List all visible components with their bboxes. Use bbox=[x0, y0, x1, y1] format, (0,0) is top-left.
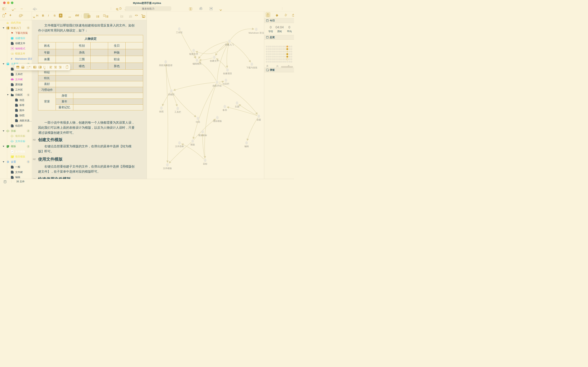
heatmap-cell[interactable] bbox=[280, 48, 282, 50]
insert-row-below-icon[interactable] bbox=[21, 66, 24, 68]
graph-node-模版[interactable] bbox=[192, 140, 194, 143]
heatmap-cell[interactable] bbox=[270, 48, 272, 50]
heatmap-cell[interactable] bbox=[266, 46, 268, 47]
heatmap-cell[interactable] bbox=[278, 46, 280, 47]
heatmap-cell[interactable] bbox=[284, 58, 286, 60]
heatmap-cell[interactable] bbox=[291, 53, 292, 55]
heatmap-cell[interactable] bbox=[280, 61, 282, 63]
delete-table-icon[interactable] bbox=[66, 66, 68, 69]
heatmap-cell[interactable] bbox=[266, 48, 268, 50]
indent-icon[interactable] bbox=[120, 15, 123, 18]
table-cell[interactable] bbox=[126, 63, 143, 70]
highlight-icon[interactable]: A bbox=[59, 14, 62, 17]
table-cell[interactable]: 童年 bbox=[56, 99, 73, 105]
heatmap-cell[interactable] bbox=[284, 56, 286, 58]
table-cell[interactable] bbox=[73, 105, 143, 110]
sidebar-item-文件树[interactable]: w文件树 bbox=[0, 170, 32, 175]
heatmap-cell[interactable] bbox=[289, 53, 290, 55]
sidebar-item-一般[interactable]: w一般 bbox=[0, 165, 32, 170]
heatmap-cell[interactable] bbox=[276, 61, 278, 63]
table-cell[interactable] bbox=[56, 81, 143, 87]
printer-icon[interactable] bbox=[200, 8, 202, 10]
heatmap-cell[interactable] bbox=[291, 56, 292, 58]
heatmap-cell[interactable] bbox=[284, 53, 286, 55]
heatmap-cell[interactable] bbox=[280, 58, 282, 60]
heatmap-cell[interactable] bbox=[274, 48, 276, 50]
sidebar-item-模版[interactable]: 模版2 bbox=[0, 144, 32, 149]
heatmap-cell[interactable] bbox=[276, 56, 278, 58]
heatmap-cell[interactable] bbox=[266, 58, 268, 60]
heatmap-cell[interactable] bbox=[270, 53, 272, 55]
table-cell[interactable]: 年龄 bbox=[38, 49, 56, 56]
horizontal-rule-icon[interactable] bbox=[68, 17, 71, 17]
heatmap-cell[interactable] bbox=[289, 61, 290, 63]
table-cell[interactable]: 身高 bbox=[73, 49, 91, 56]
sidebar-item-下载与安装[interactable]: ⚑下载与安装 bbox=[0, 31, 32, 36]
table-cell[interactable]: 职业 bbox=[108, 56, 126, 63]
relation-graph-pane[interactable]: 工作区Markdown 语法快速入门链接文件创建文件编辑模式局部关系图谱下载与安… bbox=[147, 11, 264, 179]
heatmap-cell[interactable] bbox=[268, 46, 270, 47]
heatmap-cell[interactable] bbox=[272, 61, 274, 63]
insert-column-right-icon[interactable] bbox=[39, 66, 42, 68]
back-arrow-icon[interactable]: ← bbox=[14, 7, 17, 10]
heading-icon[interactable]: H bbox=[36, 14, 38, 17]
heatmap-cell[interactable] bbox=[266, 61, 268, 63]
heatmap-cell[interactable] bbox=[278, 51, 280, 52]
graph-node-创建文件[interactable] bbox=[213, 56, 216, 59]
table-cell[interactable]: 三围 bbox=[73, 56, 91, 63]
heatmap-cell[interactable] bbox=[280, 46, 282, 47]
heatmap-cell[interactable] bbox=[291, 51, 292, 52]
heatmap-cell[interactable] bbox=[270, 61, 272, 63]
sidebar-item-编辑[interactable]: w编辑 bbox=[0, 175, 32, 179]
table-cell[interactable]: 姓名 bbox=[38, 42, 56, 49]
sidebar-item-快速入门[interactable]: 快速入门6 bbox=[0, 25, 32, 31]
paperclip-icon[interactable] bbox=[285, 14, 287, 17]
heatmap-cell[interactable] bbox=[278, 53, 280, 55]
sidebar-item-信息[interactable]: w信息 bbox=[0, 98, 32, 103]
graph-node-目标[interactable] bbox=[204, 159, 207, 162]
camera-icon[interactable] bbox=[292, 14, 294, 17]
graph-node-工具栏[interactable] bbox=[176, 107, 179, 110]
heatmap-cell[interactable] bbox=[274, 53, 276, 55]
table-cell[interactable]: 体重 bbox=[38, 56, 56, 63]
heatmap-cell[interactable] bbox=[276, 58, 278, 60]
italic-icon[interactable]: I bbox=[48, 14, 49, 17]
heatmap-cell[interactable] bbox=[286, 53, 288, 55]
sidebar-item-标签[interactable]: w标签 bbox=[0, 103, 32, 108]
table-cell[interactable]: 特征 bbox=[38, 70, 56, 75]
expand-arrow-icon[interactable] bbox=[3, 161, 4, 163]
table-cell[interactable] bbox=[56, 87, 143, 93]
table-cell[interactable] bbox=[56, 75, 143, 81]
expand-arrow-icon[interactable] bbox=[3, 146, 4, 147]
heatmap-cell[interactable] bbox=[270, 51, 272, 52]
sidebar-item-目标[interactable]: 目标2 bbox=[0, 128, 32, 134]
table-cell[interactable]: 特长 bbox=[38, 75, 56, 81]
heatmap-cell[interactable] bbox=[280, 51, 282, 52]
search-icon[interactable] bbox=[116, 8, 118, 10]
align-left-icon[interactable] bbox=[50, 66, 52, 68]
align-center-icon[interactable] bbox=[54, 66, 57, 68]
graph-node-创建项目[interactable] bbox=[226, 68, 229, 72]
heatmap-cell[interactable] bbox=[284, 46, 286, 47]
heatmap-cell[interactable] bbox=[282, 51, 284, 52]
code-icon[interactable]: <> bbox=[135, 14, 138, 17]
heatmap-cell[interactable] bbox=[278, 56, 280, 58]
graph-node-设置[interactable] bbox=[258, 115, 260, 118]
graph-node-链接文件[interactable] bbox=[193, 49, 195, 52]
graph-node-主题[interactable] bbox=[236, 101, 238, 105]
table-cell[interactable] bbox=[73, 93, 143, 99]
expand-arrow-icon[interactable] bbox=[3, 27, 4, 29]
heatmap-cell[interactable] bbox=[286, 51, 288, 52]
numbered-list-icon[interactable] bbox=[105, 15, 108, 18]
heatmap-cell[interactable] bbox=[289, 48, 290, 50]
heatmap-cell[interactable] bbox=[289, 58, 290, 60]
graph-node-功能区[interactable] bbox=[170, 89, 173, 93]
sidebar-item-附件[interactable]: w附件 bbox=[0, 108, 32, 113]
graph-node-快速入门[interactable] bbox=[228, 40, 231, 43]
heatmap-cell[interactable] bbox=[270, 46, 272, 47]
heatmap-cell[interactable] bbox=[266, 56, 268, 58]
heatmap-cell[interactable] bbox=[272, 46, 274, 47]
heatmap-cell[interactable] bbox=[284, 48, 286, 50]
graph-node-文件目标[interactable] bbox=[178, 141, 181, 145]
sidebar-item-Markdown 语法[interactable]: #Markdown 语法 bbox=[0, 56, 32, 62]
